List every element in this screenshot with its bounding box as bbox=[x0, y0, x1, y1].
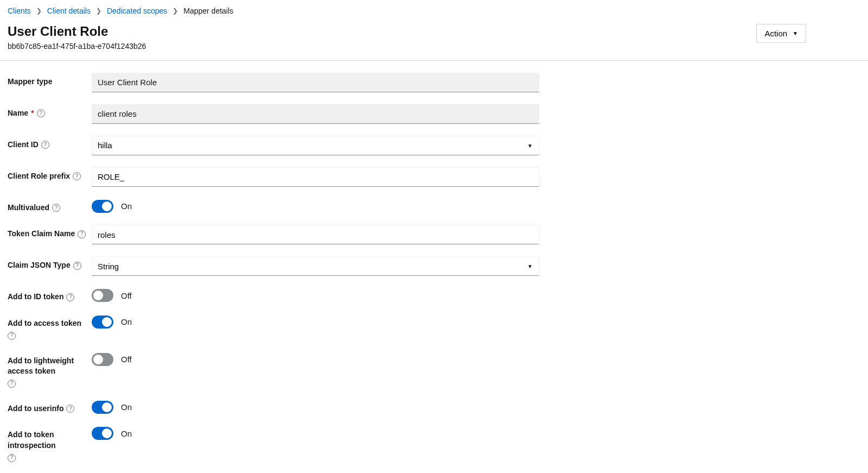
client-id-select[interactable] bbox=[92, 136, 539, 155]
token-claim-name-input[interactable] bbox=[92, 225, 539, 244]
page-header: User Client Role bb6b7c85-ea1f-475f-a1ba… bbox=[8, 18, 860, 60]
help-icon[interactable]: ? bbox=[8, 380, 16, 388]
help-icon[interactable]: ? bbox=[73, 262, 81, 270]
toggle-state-label: On bbox=[121, 201, 132, 211]
breadcrumb-clients[interactable]: Clients bbox=[8, 7, 31, 15]
add-introspection-toggle[interactable] bbox=[92, 427, 113, 440]
help-icon[interactable]: ? bbox=[78, 230, 86, 238]
toggle-state-label: Off bbox=[121, 291, 132, 300]
chevron-right-icon: ❯ bbox=[36, 7, 42, 15]
label-add-id-token: Add to ID token ? bbox=[8, 288, 92, 302]
claim-json-type-select[interactable] bbox=[92, 256, 539, 276]
add-access-token-toggle[interactable] bbox=[92, 316, 113, 329]
label-add-introspection: Add to token introspection ? bbox=[8, 426, 92, 462]
action-label: Action bbox=[764, 29, 787, 38]
add-lightweight-toggle[interactable] bbox=[92, 353, 113, 366]
label-client-role-prefix: Client Role prefix ? bbox=[8, 167, 92, 182]
label-add-lightweight: Add to lightweight access token ? bbox=[8, 352, 92, 388]
breadcrumb: Clients ❯ Client details ❯ Dedicated sco… bbox=[8, 7, 860, 18]
label-claim-json-type: Claim JSON Type ? bbox=[8, 256, 92, 271]
breadcrumb-client-details[interactable]: Client details bbox=[47, 7, 91, 15]
toggle-state-label: On bbox=[121, 402, 132, 412]
form: Mapper type Name * ? Client ID ? bbox=[8, 61, 539, 462]
breadcrumb-dedicated-scopes[interactable]: Dedicated scopes bbox=[107, 7, 167, 15]
label-multivalued: Multivalued ? bbox=[8, 199, 92, 213]
label-mapper-type: Mapper type bbox=[8, 73, 92, 87]
help-icon[interactable]: ? bbox=[8, 332, 16, 340]
label-add-userinfo: Add to userinfo ? bbox=[8, 400, 92, 414]
action-dropdown-button[interactable]: Action ▼ bbox=[756, 24, 806, 43]
name-field bbox=[92, 104, 539, 124]
chevron-right-icon: ❯ bbox=[96, 7, 101, 15]
label-name: Name * ? bbox=[8, 104, 92, 119]
add-userinfo-toggle[interactable] bbox=[92, 401, 113, 414]
label-client-id: Client ID ? bbox=[8, 136, 92, 150]
label-add-access-token: Add to access token ? bbox=[8, 314, 92, 340]
toggle-state-label: Off bbox=[121, 355, 132, 364]
help-icon[interactable]: ? bbox=[66, 405, 74, 413]
help-icon[interactable]: ? bbox=[41, 141, 49, 149]
toggle-state-label: On bbox=[121, 429, 132, 438]
label-token-claim-name: Token Claim Name ? bbox=[8, 225, 92, 239]
toggle-state-label: On bbox=[121, 317, 132, 326]
mapper-uuid: bb6b7c85-ea1f-475f-a1ba-e704f1243b26 bbox=[8, 42, 146, 51]
help-icon[interactable]: ? bbox=[37, 109, 45, 117]
help-icon[interactable]: ? bbox=[8, 454, 16, 462]
help-icon[interactable]: ? bbox=[73, 172, 81, 180]
caret-down-icon: ▼ bbox=[793, 30, 798, 36]
help-icon[interactable]: ? bbox=[52, 204, 60, 212]
add-id-token-toggle[interactable] bbox=[92, 289, 113, 302]
multivalued-toggle[interactable] bbox=[92, 200, 113, 213]
client-role-prefix-input[interactable] bbox=[92, 167, 539, 187]
required-marker: * bbox=[31, 108, 34, 119]
page-title: User Client Role bbox=[8, 24, 146, 40]
chevron-right-icon: ❯ bbox=[173, 7, 178, 15]
help-icon[interactable]: ? bbox=[66, 293, 74, 301]
mapper-type-field bbox=[92, 73, 539, 92]
breadcrumb-current: Mapper details bbox=[183, 7, 233, 15]
